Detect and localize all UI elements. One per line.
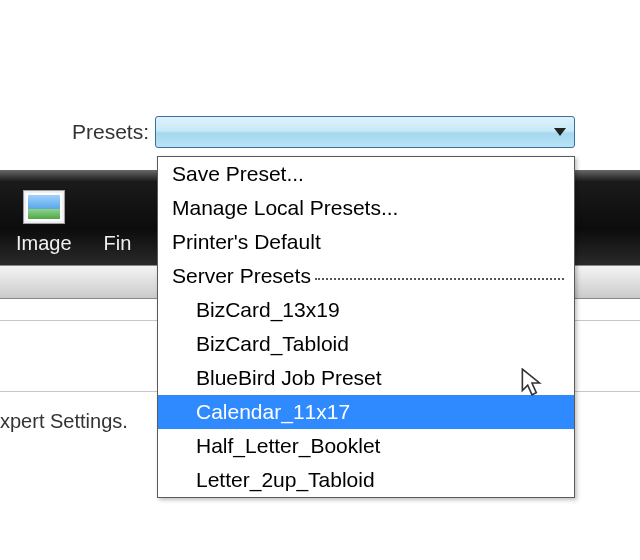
chevron-down-icon [554,128,566,136]
dropdown-item-printers-default[interactable]: Printer's Default [158,225,574,259]
dropdown-item-save-preset[interactable]: Save Preset... [158,157,574,191]
image-thumbnail-icon [23,190,65,224]
dropdown-item-manage-local-presets[interactable]: Manage Local Presets... [158,191,574,225]
dropdown-item-server-preset[interactable]: BizCard_Tabloid [158,327,574,361]
presets-label: Presets: [0,120,155,144]
toolbar-item-image[interactable]: Image [16,190,72,255]
dropdown-section-server-presets: Server Presets [158,259,574,293]
presets-row: Presets: [0,110,640,154]
dropdown-item-server-preset[interactable]: Letter_2up_Tabloid [158,463,574,497]
dropdown-section-label: Server Presets [172,262,311,290]
expert-settings-label: xpert Settings. [0,410,128,433]
toolbar-item-fin[interactable]: Fin [104,232,132,255]
presets-select[interactable] [155,116,575,148]
toolbar-item-label: Fin [104,232,132,255]
dropdown-item-server-preset[interactable]: BizCard_13x19 [158,293,574,327]
toolbar-item-label: Image [16,232,72,255]
dropdown-item-server-preset[interactable]: BlueBird Job Preset [158,361,574,395]
presets-dropdown: Save Preset... Manage Local Presets... P… [157,156,575,498]
dashed-divider [315,278,564,280]
dropdown-item-server-preset[interactable]: Half_Letter_Booklet [158,429,574,463]
dropdown-item-server-preset[interactable]: Calendar_11x17 [158,395,574,429]
